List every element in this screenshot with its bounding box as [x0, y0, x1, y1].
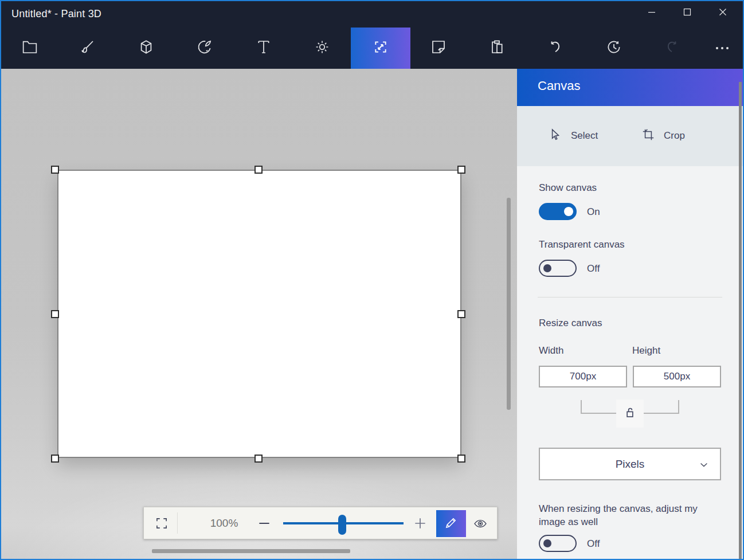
- cursor-icon: [548, 127, 563, 145]
- lock-bracket-left: [581, 413, 616, 414]
- width-input[interactable]: [539, 366, 627, 387]
- minimize-button[interactable]: [634, 0, 669, 24]
- canvas-button[interactable]: [351, 28, 410, 69]
- resize-handle-top-center[interactable]: [254, 166, 263, 174]
- zoom-out-button[interactable]: [256, 515, 272, 531]
- zoom-toolbar: 100%: [143, 507, 498, 539]
- height-label: Height: [632, 345, 660, 357]
- crop-button[interactable]: Crop: [641, 123, 685, 148]
- canvas-resize-icon: [371, 38, 390, 58]
- show-canvas-toggle[interactable]: [539, 203, 577, 220]
- effects-button[interactable]: [292, 28, 352, 69]
- adjust-image-state: Off: [587, 538, 600, 550]
- text-icon: [254, 38, 273, 58]
- paste-button[interactable]: [467, 28, 527, 69]
- resize-handle-bottom-right[interactable]: [457, 455, 465, 463]
- adjust-image-toggle[interactable]: [539, 535, 577, 552]
- ellipsis-icon: [716, 47, 729, 49]
- 2d-shapes-button[interactable]: [175, 28, 234, 69]
- text-tool-button[interactable]: [234, 28, 293, 69]
- transparent-canvas-state: Off: [587, 263, 600, 275]
- toggle-knob: [543, 264, 551, 272]
- workspace-vertical-scrollbar[interactable]: [507, 198, 511, 410]
- close-button[interactable]: [705, 0, 741, 24]
- lock-bracket-right: [678, 400, 679, 414]
- workspace-horizontal-scrollbar[interactable]: [152, 549, 350, 553]
- resize-canvas-heading: Resize canvas: [539, 318, 602, 329]
- history-button[interactable]: [584, 28, 644, 69]
- units-value: Pixels: [616, 458, 645, 471]
- select-label: Select: [571, 130, 598, 142]
- window-controls: [634, 0, 741, 24]
- resize-handle-middle-right[interactable]: [457, 310, 465, 318]
- panel-title: Canvas: [538, 79, 581, 93]
- width-label: Width: [539, 345, 563, 357]
- zoom-in-button[interactable]: [412, 515, 428, 531]
- paint3d-window: Untitled* - Paint 3D: [0, 0, 744, 560]
- brush-icon: [78, 38, 96, 58]
- undo-button[interactable]: [525, 28, 585, 69]
- units-dropdown[interactable]: Pixels: [539, 448, 721, 480]
- adjust-image-label: When resizing the canvas, adjust my imag…: [539, 502, 716, 528]
- transparent-canvas-toggle[interactable]: [539, 260, 577, 277]
- show-canvas-state: On: [587, 206, 600, 218]
- stickers-button[interactable]: [409, 28, 468, 69]
- zoom-slider-thumb[interactable]: [338, 515, 346, 535]
- 3d-shapes-button[interactable]: [116, 28, 176, 69]
- draw-mode-button[interactable]: [436, 510, 466, 537]
- drawing-canvas[interactable]: [57, 170, 461, 458]
- sun-icon: [313, 38, 331, 58]
- more-options-button[interactable]: [700, 28, 744, 69]
- resize-handle-bottom-left[interactable]: [51, 455, 59, 463]
- aspect-ratio-lock-button[interactable]: [616, 400, 644, 428]
- show-canvas-label: Show canvas: [539, 182, 597, 194]
- select-button[interactable]: Select: [548, 123, 598, 148]
- panel-header: Canvas: [517, 69, 744, 106]
- cube-icon: [137, 38, 155, 58]
- resize-handle-top-left[interactable]: [51, 166, 59, 174]
- lock-open-icon: [622, 405, 637, 422]
- clipboard-icon: [488, 38, 506, 58]
- crop-icon: [641, 127, 656, 145]
- sticker-icon: [429, 38, 448, 58]
- redo-button[interactable]: [643, 28, 702, 69]
- circle-pencil-icon: [195, 38, 214, 58]
- transparent-canvas-label: Transparent canvas: [539, 239, 625, 250]
- toggle-knob: [543, 539, 551, 547]
- lock-bracket-right: [644, 413, 679, 414]
- crop-label: Crop: [664, 130, 685, 142]
- panel-actions: Select Crop: [517, 106, 744, 166]
- titlebar: Untitled* - Paint 3D: [0, 0, 744, 69]
- resize-handle-top-right[interactable]: [457, 166, 465, 174]
- menu-button[interactable]: [0, 28, 60, 69]
- resize-handle-middle-left[interactable]: [51, 310, 59, 318]
- pencil-icon: [444, 515, 459, 532]
- zoom-level-value: 100%: [190, 507, 259, 539]
- fit-to-screen-button[interactable]: [153, 515, 170, 531]
- history-clock-icon: [605, 38, 623, 58]
- canvas-panel: Canvas Select Crop Show canvas On Transp…: [517, 69, 744, 560]
- window-title: Untitled* - Paint 3D: [11, 8, 101, 20]
- lock-bracket-left: [581, 400, 582, 414]
- menu-folder-icon: [21, 38, 39, 58]
- brushes-button[interactable]: [57, 28, 117, 69]
- chevron-down-icon: [698, 459, 710, 473]
- divider: [538, 297, 722, 297]
- workspace: 100%: [0, 69, 517, 560]
- separator: [177, 512, 178, 534]
- panel-scrollbar[interactable]: [739, 82, 742, 559]
- view-mode-eye-button[interactable]: [471, 515, 490, 531]
- resize-handle-bottom-center[interactable]: [254, 455, 263, 463]
- maximize-button[interactable]: [669, 0, 705, 24]
- redo-icon: [663, 38, 682, 58]
- height-input[interactable]: [633, 366, 721, 387]
- undo-icon: [546, 38, 564, 58]
- toggle-knob: [564, 207, 573, 216]
- toolbar: [0, 28, 744, 69]
